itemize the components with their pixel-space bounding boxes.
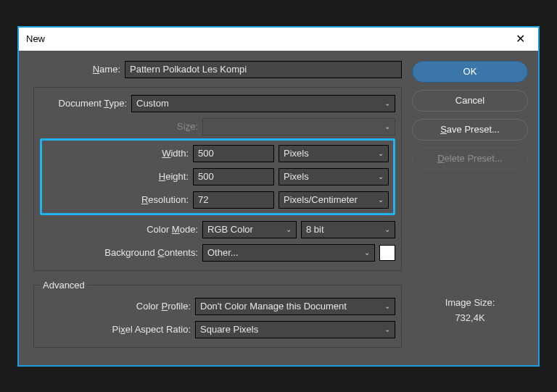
image-size-value: 732,4K [412, 311, 528, 326]
chevron-down-icon: ⌄ [378, 149, 384, 157]
height-unit-select[interactable]: Pixels ⌄ [278, 168, 389, 185]
pixelaspect-value: Square Pixels [200, 324, 258, 335]
chevron-down-icon: ⌄ [364, 249, 370, 257]
advanced-legend: Advanced [40, 280, 88, 291]
bgcontents-label: Background Contents: [40, 247, 198, 258]
resolution-unit-value: Pixels/Centimeter [284, 194, 358, 205]
chevron-down-icon: ⌄ [378, 172, 384, 180]
width-label: Width: [46, 148, 189, 159]
advanced-panel: Advanced Color Profile: Don't Color Mana… [33, 280, 402, 348]
bgcontents-value: Other... [207, 247, 239, 258]
colorprofile-select[interactable]: Don't Color Manage this Document ⌄ [195, 298, 395, 315]
colorprofile-label: Color Profile: [40, 301, 191, 312]
colorprofile-value: Don't Color Manage this Document [200, 301, 347, 312]
pixelaspect-select[interactable]: Square Pixels ⌄ [195, 321, 395, 338]
bgcolor-swatch[interactable] [379, 245, 395, 261]
resolution-unit-select[interactable]: Pixels/Centimeter ⌄ [278, 191, 389, 209]
chevron-down-icon: ⌄ [384, 225, 390, 233]
resolution-label: Resolution: [46, 194, 189, 205]
chevron-down-icon: ⌄ [384, 302, 390, 310]
save-preset-button[interactable]: Save Preset... [412, 119, 528, 141]
pixelaspect-label: Pixel Aspect Ratio: [40, 324, 191, 335]
bitdepth-select[interactable]: 8 bit ⌄ [301, 221, 395, 238]
colormode-value: RGB Color [207, 224, 253, 235]
width-unit-value: Pixels [284, 148, 309, 159]
delete-preset-button: Delete Preset... [412, 148, 528, 170]
dimension-highlight: Width: Pixels ⌄ Height: Pixels ⌄ [40, 138, 395, 215]
ok-button[interactable]: OK [412, 61, 528, 83]
doctype-value: Custom [136, 98, 169, 109]
size-select: ⌄ [202, 118, 395, 135]
cancel-button[interactable]: Cancel [412, 90, 528, 112]
size-label: Size: [40, 121, 198, 132]
close-icon[interactable]: ✕ [510, 30, 531, 47]
doctype-panel: Document Type: Custom ⌄ Size: ⌄ [33, 87, 402, 271]
height-unit-value: Pixels [284, 171, 309, 182]
height-input[interactable] [193, 168, 274, 185]
colormode-select[interactable]: RGB Color ⌄ [202, 221, 297, 238]
image-size-info: Image Size: 732,4K [412, 296, 528, 355]
height-label: Height: [46, 171, 189, 182]
titlebar: New ✕ [19, 28, 538, 51]
width-input[interactable] [193, 145, 274, 162]
chevron-down-icon: ⌄ [384, 99, 390, 107]
bitdepth-value: 8 bit [306, 224, 324, 235]
resolution-input[interactable] [193, 191, 274, 209]
chevron-down-icon: ⌄ [384, 122, 390, 130]
image-size-label: Image Size: [412, 296, 528, 311]
doctype-select[interactable]: Custom ⌄ [131, 95, 395, 112]
width-unit-select[interactable]: Pixels ⌄ [278, 145, 389, 162]
chevron-down-icon: ⌄ [378, 196, 384, 204]
window-title: New [26, 33, 45, 44]
name-label: Name: [26, 64, 120, 75]
chevron-down-icon: ⌄ [286, 225, 292, 233]
colormode-label: Color Mode: [40, 224, 198, 235]
doctype-label: Document Type: [40, 98, 127, 109]
name-input[interactable] [125, 61, 402, 78]
new-document-dialog: New ✕ Name: Document Type: Custom ⌄ Size [17, 26, 540, 367]
bgcontents-select[interactable]: Other... ⌄ [202, 244, 375, 262]
chevron-down-icon: ⌄ [384, 325, 390, 333]
